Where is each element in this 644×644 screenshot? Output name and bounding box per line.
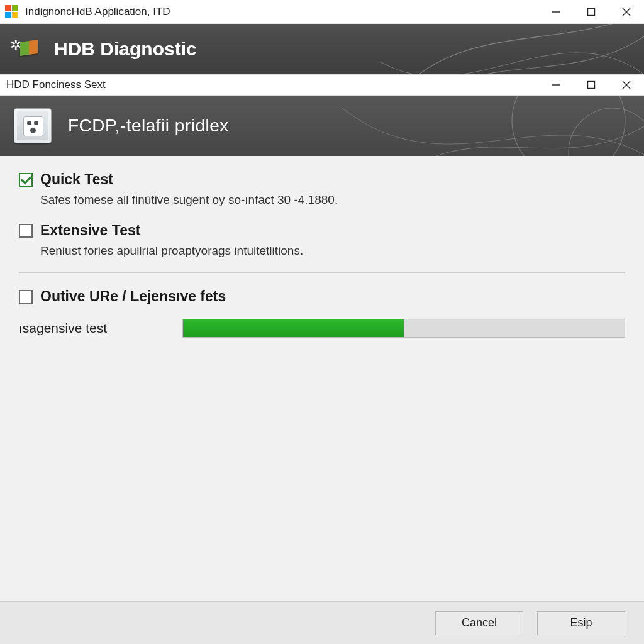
inner-maximize-button[interactable] — [574, 75, 609, 95]
banner-decoration — [380, 24, 644, 74]
option-extra[interactable]: Outive URe / Lejensıve fets — [19, 288, 625, 305]
svg-rect-1 — [588, 8, 595, 15]
extensive-test-title: Extensive Test — [40, 222, 140, 239]
option-extensive-test[interactable]: Extensive Test — [19, 222, 625, 239]
outer-window-controls — [538, 0, 644, 23]
dialog-header-title: FCDP,-telafii pridlex — [68, 116, 229, 136]
inner-window-controls — [538, 75, 644, 95]
dialog-footer: Cancel Esip — [0, 601, 644, 644]
banner-flag-icon: ✲ — [11, 35, 40, 64]
progress-row: ısagensive test — [19, 319, 625, 338]
progress-fill — [183, 319, 404, 337]
quick-test-checkbox[interactable] — [19, 173, 33, 187]
app-icon — [5, 5, 19, 19]
progress-bar — [182, 319, 625, 338]
divider — [19, 272, 625, 273]
extensive-test-description: Reniust fories apuilrial proaptyorags in… — [40, 243, 625, 259]
quick-test-description: Safes fomese all finùtive sugent oy so-ı… — [40, 192, 625, 208]
extra-option-title: Outive URe / Lejensıve fets — [40, 288, 226, 305]
inner-close-button[interactable] — [609, 75, 644, 95]
dialog-header: FCDP,-telafii pridlex — [0, 96, 644, 156]
extensive-test-checkbox[interactable] — [19, 224, 33, 238]
close-button[interactable] — [609, 0, 644, 23]
quick-test-title: Quick Test — [40, 171, 113, 188]
extra-option-checkbox[interactable] — [19, 290, 33, 304]
skip-button[interactable]: Esip — [537, 611, 625, 635]
maximize-button[interactable] — [574, 0, 609, 23]
inner-minimize-button[interactable] — [538, 75, 574, 95]
minimize-button[interactable] — [538, 0, 574, 23]
app-banner: ✲ HDB Diagnostic — [0, 24, 644, 74]
cancel-button[interactable]: Cancel — [435, 611, 523, 635]
dialog-header-decoration — [342, 96, 644, 156]
inner-window-titlebar: HDD Fonciness Sext — [0, 74, 644, 96]
outer-window-title: IndignoncHdB Application, ITD — [25, 6, 538, 18]
dialog-content: Quick Test Safes fomese all finùtive sug… — [0, 156, 644, 601]
svg-rect-5 — [588, 82, 595, 89]
option-quick-test[interactable]: Quick Test — [19, 171, 625, 188]
banner-title: HDB Diagnostic — [54, 38, 197, 60]
progress-label: ısagensive test — [19, 321, 182, 336]
outer-window-titlebar: IndignoncHdB Application, ITD — [0, 0, 644, 24]
dialog-header-icon — [14, 108, 52, 143]
inner-window-title: HDD Fonciness Sext — [6, 79, 538, 91]
